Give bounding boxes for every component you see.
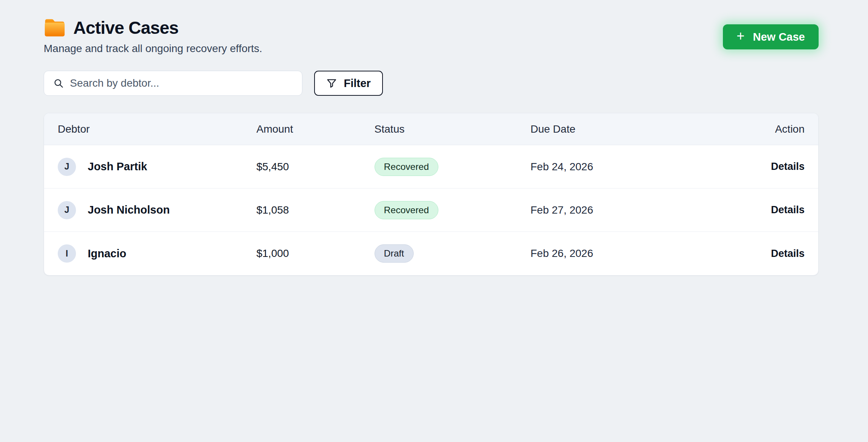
column-header-due-date: Due Date xyxy=(530,123,751,135)
details-link[interactable]: Details xyxy=(771,248,805,259)
debtor-cell: J Josh Partik xyxy=(58,158,256,176)
table-row: J Josh Nicholson $1,058 Recovered Feb 27… xyxy=(44,189,818,232)
active-cases-page: Active Cases Manage and track all ongoin… xyxy=(0,0,868,442)
avatar: I xyxy=(58,244,76,263)
folder-icon xyxy=(44,17,66,38)
cases-table: Debtor Amount Status Due Date Action J J… xyxy=(44,113,819,276)
plus-icon: + xyxy=(737,29,745,43)
status-cell: Draft xyxy=(375,244,531,263)
new-case-button[interactable]: + New Case xyxy=(723,24,819,49)
avatar: J xyxy=(58,201,76,219)
column-header-action: Action xyxy=(751,123,805,135)
page-title: Active Cases xyxy=(73,17,179,38)
table-header-row: Debtor Amount Status Due Date Action xyxy=(44,113,818,145)
table-row: I Ignacio $1,000 Draft Feb 26, 2026 Deta… xyxy=(44,232,818,275)
status-badge: Recovered xyxy=(375,158,438,176)
amount-cell: $1,058 xyxy=(256,204,375,216)
details-link[interactable]: Details xyxy=(771,161,805,172)
due-date-cell: Feb 24, 2026 xyxy=(530,161,751,173)
details-link[interactable]: Details xyxy=(771,204,805,215)
status-badge: Draft xyxy=(375,244,414,263)
filter-funnel-icon xyxy=(326,78,337,89)
status-cell: Recovered xyxy=(375,201,531,219)
column-header-amount: Amount xyxy=(256,123,375,135)
page-header: Active Cases Manage and track all ongoin… xyxy=(44,17,819,55)
column-header-status: Status xyxy=(375,123,531,135)
debtor-cell: I Ignacio xyxy=(58,244,256,263)
debtor-cell: J Josh Nicholson xyxy=(58,201,256,219)
debtor-name: Ignacio xyxy=(88,247,126,260)
due-date-cell: Feb 27, 2026 xyxy=(530,204,751,216)
new-case-label: New Case xyxy=(753,31,805,43)
table-body: J Josh Partik $5,450 Recovered Feb 24, 2… xyxy=(44,145,818,275)
avatar: J xyxy=(58,158,76,176)
search-box xyxy=(44,71,302,96)
debtor-name: Josh Nicholson xyxy=(88,204,170,216)
filter-label: Filter xyxy=(344,77,371,90)
filter-button[interactable]: Filter xyxy=(314,71,383,96)
due-date-cell: Feb 26, 2026 xyxy=(530,247,751,260)
status-badge: Recovered xyxy=(375,201,438,219)
amount-cell: $5,450 xyxy=(256,161,375,173)
table-row: J Josh Partik $5,450 Recovered Feb 24, 2… xyxy=(44,145,818,189)
title-block: Active Cases Manage and track all ongoin… xyxy=(44,17,262,55)
page-subtitle: Manage and track all ongoing recovery ef… xyxy=(44,43,262,55)
controls-bar: Filter xyxy=(44,71,819,96)
search-icon xyxy=(53,78,64,89)
column-header-debtor: Debtor xyxy=(58,123,256,135)
amount-cell: $1,000 xyxy=(256,247,375,260)
search-input[interactable] xyxy=(70,77,293,89)
debtor-name: Josh Partik xyxy=(88,160,147,173)
status-cell: Recovered xyxy=(375,158,531,176)
